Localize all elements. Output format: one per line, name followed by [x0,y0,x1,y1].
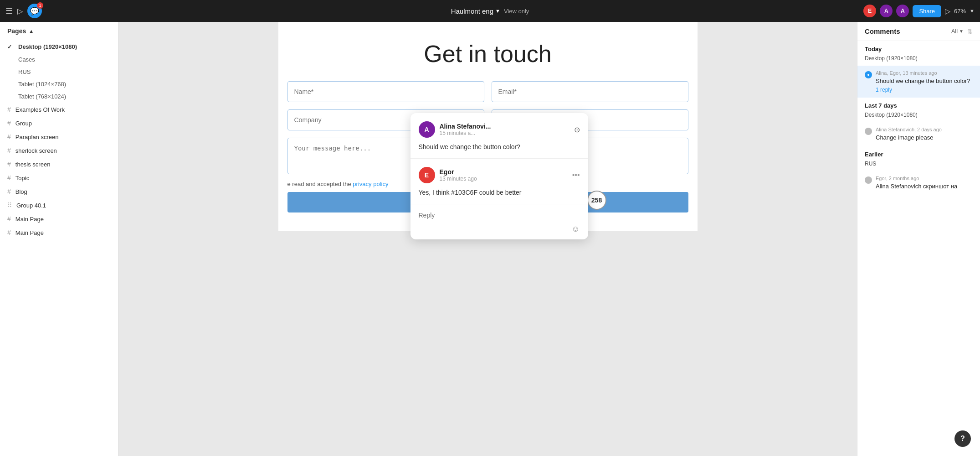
comment-block-1: A Alina Stefanovi... 15 minutes a... ⊙ S… [410,113,588,159]
chevron-up-icon: ▲ [29,28,34,34]
comment-entry-body-1: Alina, Egor, 13 minutes ago Should we ch… [876,70,973,93]
page-frame: Get in touch e read and accepted the pri… [278,22,698,231]
sidebar-item-main-page-2[interactable]: # Main Page [0,226,118,239]
canvas-content: Get in touch e read and accepted the pri… [118,22,857,456]
sidebar-item-sherlock-screen[interactable]: # sherlock screen [0,144,118,157]
chevron-down-icon: ▼ [959,29,964,34]
avatar-e[interactable]: E [863,5,876,17]
right-panel-header: Comments All ▼ ⇅ [857,22,980,41]
comment-entry-row-1: ● Alina, Egor, 13 minutes ago Should we … [865,70,973,93]
sidebar-item-label: Group 40.1 [16,202,46,209]
pin-dot-gray-2 [865,176,872,184]
comment-entry-body-2: Alina Stefanovich, 2 days ago Change ima… [876,127,973,142]
resolved-icon[interactable]: ⊙ [574,125,580,134]
topbar: ☰ ▷ 💬 1 Haulmont eng ▼ View only E A A S… [0,0,980,22]
sidebar-item-tablet1[interactable]: Tablet (1024×768) [0,78,118,90]
notification-badge: 1 [37,2,43,9]
sidebar-item-rus[interactable]: RUS [0,66,118,78]
name-input[interactable] [287,81,484,102]
chevron-down-icon-zoom[interactable]: ▼ [970,8,975,14]
sidebar-item-examples-of-work[interactable]: # Examples Of Work [0,103,118,116]
sidebar-item-label: Paraplan screen [15,134,59,140]
comment-entry-meta-3: Egor, 2 months ago [876,176,973,181]
comment-entry-3[interactable]: Egor, 2 months ago Alina Stefanovich скр… [857,171,980,195]
hash-icon: # [7,229,11,236]
comment-entry-text-2: Change image please [876,134,973,142]
hash-icon: # [7,119,11,127]
comment-entry-meta-2: Alina Stefanovich, 2 days ago [876,127,973,132]
sidebar-item-label: sherlock screen [15,147,57,154]
reply-footer: ☺ [419,224,580,234]
page-title: Get in touch [287,40,688,67]
help-button[interactable]: ? [954,430,971,447]
comment-popup: A Alina Stefanovi... 15 minutes a... ⊙ S… [410,113,588,239]
sidebar-item-blog[interactable]: # Blog [0,185,118,198]
sidebar-item-cases[interactable]: Cases [0,53,118,66]
comment-entry-row-2: Alina Stefanovich, 2 days ago Change ima… [865,127,973,142]
comment-entry-text-1: Should we change the button color? [876,77,973,85]
sidebar-item-tablet2[interactable]: Tablet (768×1024) [0,90,118,103]
pages-label: Pages [7,27,26,35]
sidebar-item-label: Main Page [15,229,44,236]
comments-filter: All ▼ ⇅ [951,28,973,35]
sidebar-item-group[interactable]: # Group [0,116,118,130]
cursor-icon[interactable]: ▷ [17,7,23,16]
emoji-button[interactable]: ☺ [571,224,580,234]
sidebar-item-thesis-screen[interactable]: # thesis screen [0,157,118,171]
hash-icon: # [7,106,11,113]
comment-page-2: Desktop (1920×1080) [857,112,980,120]
avatar-a2[interactable]: A [896,5,909,17]
sidebar-item-label: Tablet (1024×768) [18,81,66,88]
comment-entry-2[interactable]: Alina Stefanovich, 2 days ago Change ima… [857,122,980,146]
play-icon[interactable]: ▷ [945,7,950,16]
comment-entry-body-3: Egor, 2 months ago Alina Stefanovich скр… [876,176,973,191]
comment-entry-row-3: Egor, 2 months ago Alina Stefanovich скр… [865,176,973,191]
pin-dot-gray-1 [865,128,872,135]
app-name: Haulmont eng [451,7,493,15]
share-button[interactable]: Share [913,5,941,17]
filter-icon[interactable]: ⇅ [967,28,973,35]
sidebar-item-label: thesis screen [15,161,51,168]
email-input[interactable] [492,81,688,102]
pin-dot-blue: ● [865,71,872,78]
sidebar-item-label: Examples Of Work [15,106,65,113]
zoom-level[interactable]: 67% [954,8,966,15]
topbar-center: Haulmont eng ▼ View only [451,7,529,15]
notification-button[interactable]: 💬 1 [27,4,42,18]
sidebar-item-desktop[interactable]: ✓ Desktop (1920×1080) [0,40,118,53]
reply-input[interactable] [419,210,580,221]
more-options-icon[interactable]: ••• [572,171,580,179]
sidebar-item-label: Topic [15,175,29,181]
hash-icon: # [7,161,11,168]
form-row-1 [287,81,688,102]
chevron-down-icon: ▼ [495,8,500,14]
comment-block-2: E Egor 13 minutes ago ••• Yes, I think #… [410,159,588,204]
comment-entry-1[interactable]: ● Alina, Egor, 13 minutes ago Should we … [857,66,980,98]
pin-number: 258 [591,197,602,204]
topbar-right: E A A Share ▷ 67% ▼ [863,5,975,17]
comment-pin[interactable]: 258 [587,191,606,210]
hash-icon: # [7,147,11,154]
view-only-label: View only [504,8,529,15]
main-layout: Pages ▲ ✓ Desktop (1920×1080) Cases RUS … [0,22,980,456]
privacy-link[interactable]: privacy policy [353,181,388,187]
sidebar-item-group-40-1[interactable]: ⠿ Group 40.1 [0,198,118,212]
menu-icon[interactable]: ☰ [5,6,13,16]
pin-bubble: 258 [587,191,606,210]
sidebar-item-topic[interactable]: # Topic [0,171,118,185]
app-title[interactable]: Haulmont eng ▼ [451,7,500,15]
comment-avatar-2: E [419,167,435,183]
comment-time-2: 13 minutes ago [440,176,568,182]
comment-entry-reply-1[interactable]: 1 reply [876,87,973,93]
avatar-a1[interactable]: A [880,5,893,17]
pages-header[interactable]: Pages ▲ [0,22,118,40]
comments-title: Comments [865,27,900,35]
filter-all[interactable]: All ▼ [951,28,964,35]
sidebar-item-paraplan-screen[interactable]: # Paraplan screen [0,130,118,144]
hash-icon: # [7,174,11,181]
sidebar-item-main-page-1[interactable]: # Main Page [0,212,118,226]
privacy-text: e read and accepted the privacy policy [287,181,389,187]
check-icon: ✓ [7,44,14,50]
comment-header-1: A Alina Stefanovi... 15 minutes a... ⊙ [419,121,580,138]
sidebar-item-label: Main Page [15,216,44,223]
